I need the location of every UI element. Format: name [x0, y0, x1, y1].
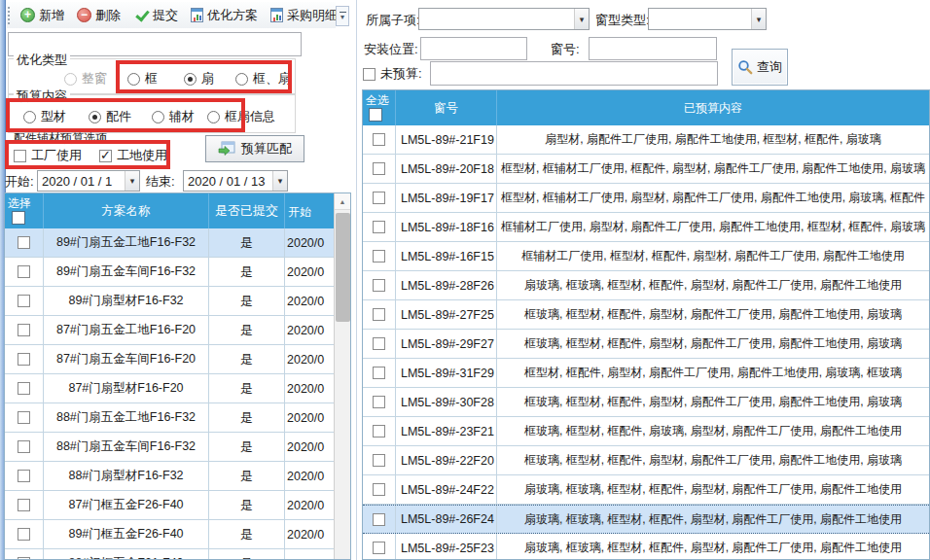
- row-select-cell[interactable]: [363, 417, 396, 445]
- row-checkbox[interactable]: [373, 483, 385, 496]
- row-select-cell[interactable]: [363, 213, 396, 241]
- plan-row[interactable]: 89#门扇五金工地F16-F32是2020/0: [5, 228, 350, 258]
- checkbox-no-budget[interactable]: 未预算:: [363, 65, 422, 83]
- row-select-cell[interactable]: [5, 520, 44, 548]
- window-row[interactable]: LM5L-89#-20F18框型材, 框辅材工厂使用, 框配件, 扇型材, 扇配…: [363, 155, 929, 184]
- row-select-cell[interactable]: [5, 462, 44, 490]
- window-row[interactable]: LM5L-89#-24F22扇玻璃, 框玻璃, 框型材, 框配件, 扇型材, 扇…: [363, 475, 929, 505]
- plan-row[interactable]: 87#门框五金F26-F40是2020/0: [5, 491, 350, 520]
- chevron-down-icon[interactable]: [272, 171, 287, 191]
- row-checkbox[interactable]: [18, 440, 30, 453]
- chevron-down-icon[interactable]: [751, 9, 766, 29]
- window-row[interactable]: LM5L-89#-23F21框玻璃, 框型材, 框配件, 扇玻璃, 扇型材, 扇…: [363, 417, 929, 446]
- row-checkbox[interactable]: [18, 236, 30, 249]
- row-select-cell[interactable]: [363, 125, 396, 154]
- radio-frame[interactable]: 框: [127, 70, 158, 88]
- radio-accessory[interactable]: 配件: [89, 108, 131, 125]
- row-select-cell[interactable]: [5, 491, 44, 519]
- header-budgeted-content[interactable]: 已预算内容: [497, 90, 929, 125]
- row-select-cell[interactable]: [363, 446, 396, 474]
- row-checkbox[interactable]: [18, 265, 30, 278]
- window-row[interactable]: LM5L-89#-27F25框玻璃, 框型材, 框配件, 扇型材, 扇配件工厂使…: [363, 300, 929, 330]
- row-checkbox[interactable]: [18, 470, 30, 482]
- row-select-cell[interactable]: [363, 388, 396, 416]
- radio-frame-sash-info[interactable]: 框扇信息: [207, 108, 275, 125]
- row-select-cell[interactable]: [5, 316, 44, 344]
- row-checkbox[interactable]: [373, 367, 385, 379]
- row-checkbox[interactable]: [373, 396, 385, 408]
- row-checkbox[interactable]: [18, 382, 30, 395]
- window-type-select[interactable]: [648, 8, 767, 30]
- sub-item-select[interactable]: [418, 8, 590, 30]
- row-select-cell[interactable]: [5, 403, 44, 432]
- header-submitted[interactable]: 是否已提交: [209, 193, 285, 228]
- checkbox-factory-use[interactable]: 工厂使用: [14, 147, 82, 164]
- scrollbar-thumb[interactable]: [336, 213, 350, 322]
- row-select-cell[interactable]: [363, 506, 396, 533]
- delete-button[interactable]: 删除: [71, 3, 126, 28]
- row-select-cell[interactable]: [363, 330, 396, 358]
- row-checkbox[interactable]: [373, 133, 385, 146]
- row-checkbox[interactable]: [373, 454, 385, 467]
- install-position-input[interactable]: [420, 37, 527, 60]
- checkbox-site-use[interactable]: 工地使用: [99, 147, 167, 164]
- optimize-plan-button[interactable]: 优化方案: [185, 3, 264, 28]
- plan-row[interactable]: 88#门框五金F21-F40是2020/0: [5, 549, 350, 560]
- row-checkbox[interactable]: [373, 250, 385, 262]
- row-select-cell[interactable]: [363, 271, 396, 299]
- window-row[interactable]: LM5L-89#-21F19扇型材, 扇配件工厂使用, 扇配件工地使用, 框型材…: [363, 125, 929, 155]
- row-checkbox[interactable]: [18, 499, 30, 511]
- plan-row[interactable]: 87#门扇五金车间F16-F20是2020/0: [5, 345, 350, 374]
- chevron-down-icon[interactable]: [125, 171, 139, 191]
- row-checkbox[interactable]: [18, 411, 30, 424]
- row-select-cell[interactable]: [363, 475, 396, 504]
- window-no-input[interactable]: [589, 37, 717, 60]
- header-window-no[interactable]: 窗号: [396, 90, 497, 125]
- window-row[interactable]: LM5L-89#-16F15框辅材工厂使用, 框型材, 框配件, 扇型材, 扇配…: [363, 242, 929, 271]
- header-start[interactable]: 开始: [285, 193, 334, 228]
- row-checkbox[interactable]: [373, 308, 385, 321]
- row-checkbox[interactable]: [373, 221, 385, 233]
- row-select-cell[interactable]: [363, 155, 396, 183]
- plan-row[interactable]: 88#门扇型材F16-F32是2020/0: [5, 462, 350, 491]
- row-checkbox[interactable]: [18, 528, 30, 541]
- row-select-cell[interactable]: [363, 359, 396, 387]
- plan-table-scrollbar[interactable]: [334, 193, 350, 559]
- radio-whole-window[interactable]: 整窗: [64, 70, 107, 88]
- row-checkbox[interactable]: [373, 337, 385, 350]
- toolbar-grip[interactable]: [8, 7, 10, 24]
- row-checkbox[interactable]: [18, 353, 30, 366]
- radio-auxiliary[interactable]: 辅材: [152, 108, 195, 125]
- start-date-picker[interactable]: 2020 / 01 / 1: [37, 170, 140, 192]
- query-button[interactable]: 查询: [732, 49, 788, 86]
- row-select-cell[interactable]: [363, 534, 396, 560]
- plan-row[interactable]: 88#门扇五金工地F16-F32是2020/0: [5, 403, 350, 433]
- window-row[interactable]: LM5L-89#-22F20框玻璃, 框型材, 框配件, 扇型材, 扇配件工厂使…: [363, 446, 929, 475]
- row-checkbox[interactable]: [18, 324, 30, 336]
- plan-row[interactable]: 89#门框五金F26-F40是2020/0: [5, 520, 350, 549]
- end-date-picker[interactable]: 2020 / 01 / 13: [183, 170, 288, 192]
- radio-profile[interactable]: 型材: [23, 108, 66, 125]
- window-row[interactable]: LM5L-89#-18F16框辅材工厂使用, 扇型材, 扇配件工厂使用, 扇配件…: [363, 213, 929, 242]
- row-select-cell[interactable]: [5, 433, 44, 461]
- plan-row[interactable]: 88#门扇五金车间F16-F32是2020/0: [5, 433, 350, 462]
- no-budget-input[interactable]: [430, 61, 718, 86]
- radio-frame-sash[interactable]: 框、扇: [235, 70, 291, 88]
- radio-sash[interactable]: 扇: [184, 70, 214, 88]
- chevron-down-icon[interactable]: [574, 9, 589, 29]
- row-checkbox[interactable]: [373, 542, 385, 554]
- select-all-checkbox[interactable]: [12, 211, 25, 225]
- window-row[interactable]: LM5L-89#-19F17框型材, 框辅材工厂使用, 扇型材, 扇配件工厂使用…: [363, 184, 929, 213]
- plan-row[interactable]: 87#门扇五金工地F16-F20是2020/0: [5, 316, 350, 345]
- row-select-cell[interactable]: [363, 184, 396, 212]
- select-all-checkbox[interactable]: [369, 108, 382, 122]
- window-row[interactable]: LM5L-89#-25F23扇玻璃, 框玻璃, 框型材, 框配件, 扇型材, 扇…: [363, 534, 929, 560]
- add-button[interactable]: 新增: [15, 3, 70, 28]
- row-select-cell[interactable]: [363, 300, 396, 329]
- row-select-cell[interactable]: [5, 228, 44, 257]
- window-row[interactable]: LM5L-89#-28F26扇玻璃, 框玻璃, 框型材, 框配件, 扇型材, 扇…: [363, 271, 929, 300]
- row-checkbox[interactable]: [373, 162, 385, 175]
- plan-row[interactable]: 87#门扇型材F16-F20是2020/0: [5, 374, 350, 403]
- plan-row[interactable]: 89#门扇型材F16-F32是2020/0: [5, 287, 350, 316]
- row-select-cell[interactable]: [5, 345, 44, 373]
